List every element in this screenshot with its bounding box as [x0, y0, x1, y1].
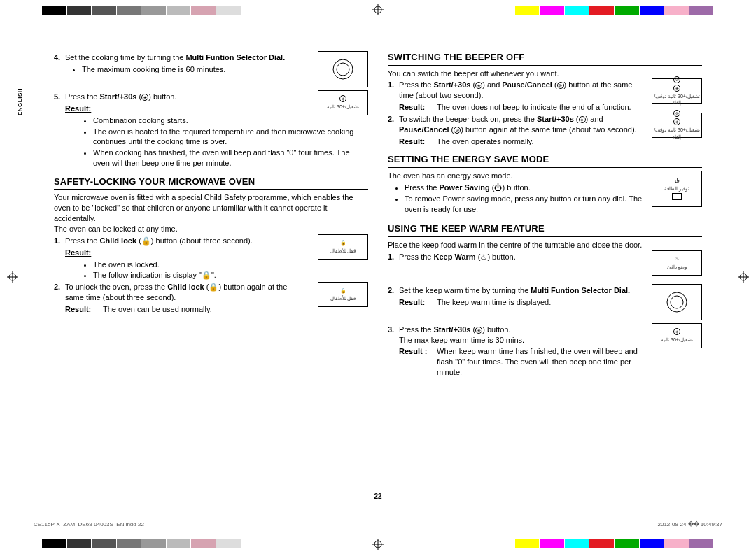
result-text: The oven does not beep to indicate the e…	[437, 102, 646, 113]
text: button.	[485, 325, 511, 334]
lock-icon: 🔒	[141, 236, 151, 245]
fig-label: تشغيل/+30 ثانية	[661, 336, 693, 343]
bold-text: Child lock	[167, 283, 204, 291]
figure-powersave-icon: ⏻توفير الطاقة	[652, 171, 702, 207]
result-text: The oven operates normally.	[437, 136, 646, 147]
diamond-icon: ◈	[141, 94, 148, 101]
pause-icon: ⊘	[673, 76, 680, 83]
text: (	[136, 92, 141, 101]
svg-point-13	[337, 63, 349, 76]
lock-icon: 🔒	[340, 239, 346, 246]
right-column: SWITCHING THE BEEPER OFF You can switch …	[388, 51, 702, 489]
pause-icon: ⊘	[454, 127, 461, 134]
result-label: Result:	[54, 304, 103, 315]
powersave-icon: ⏻	[494, 183, 502, 192]
svg-point-15	[671, 296, 683, 308]
text: To switch the beeper back on, press the	[399, 115, 537, 123]
paragraph: The oven can be locked at any time.	[54, 224, 368, 234]
fig-label: قفل للأطفال	[330, 295, 356, 301]
figure-start30-icon: ◈تشغيل/+30 ثانية	[318, 90, 368, 115]
paragraph: Place the keep food warm in the centre o…	[388, 240, 702, 250]
diamond-icon: ◈	[340, 95, 346, 102]
beep-step-2: 2. To switch the beeper back on, press t…	[388, 114, 646, 135]
result-text: The keep warm time is displayed.	[437, 297, 646, 308]
step-number: 5.	[54, 92, 65, 102]
bullet: The follow indication is display "🔒".	[93, 270, 368, 280]
bullet: When cooking has finished, the oven will…	[93, 148, 368, 169]
step-5: 5. Press the Start/+30s (◈) button.	[54, 92, 312, 102]
step-number: 4.	[54, 52, 65, 76]
kw-step-3: 3. Press the Start/+30s (◈) button.The m…	[388, 325, 646, 346]
step-number: 2.	[388, 285, 399, 296]
result-label: Result:	[388, 136, 437, 147]
diamond-icon: ◈	[673, 118, 680, 125]
text: Press the	[65, 92, 100, 101]
lock-icon: 🔒	[209, 283, 218, 291]
figure-dial-icon	[318, 51, 368, 87]
text: Press the	[399, 253, 434, 261]
footer-filename: CE115P-X_ZAM_DE68-04003S_EN.indd 22	[34, 520, 144, 529]
bold-text: Start/+30s	[434, 325, 471, 334]
text: and	[588, 115, 603, 123]
diamond-icon: ◈	[673, 328, 680, 335]
bold-text: Pause/Cancel	[502, 80, 552, 89]
figure-start30-icon: ◈تشغيل/+30 ثانية	[652, 323, 702, 348]
diamond-icon: ◈	[475, 327, 482, 334]
bold-text: Multi Funtion Selector Dial.	[186, 53, 285, 62]
print-footer: CE115P-X_ZAM_DE68-04003S_EN.indd 22 2012…	[34, 520, 722, 529]
fig-label: قفل للأطفال	[330, 248, 356, 254]
text: button (about three second).	[154, 236, 253, 245]
bold-text: Pause/Cancel	[399, 125, 449, 134]
heading-beeper: SWITCHING THE BEEPER OFF	[388, 51, 702, 66]
step-number: 2.	[54, 282, 65, 303]
bold-text: Keep Warm	[434, 253, 476, 261]
result-text: The oven can be used normally.	[103, 304, 312, 315]
language-tab: ENGLISH	[17, 88, 24, 115]
text: button.	[490, 253, 516, 261]
beep-step-1: 1. Press the Start/+30s (◈) and Pause/Ca…	[388, 80, 646, 101]
text: To unlock the oven, press the	[65, 283, 167, 291]
bold-text: Start/+30s	[100, 92, 137, 101]
fig-label: تشغيل/+30 ثانية	[327, 104, 359, 110]
text: and	[485, 80, 502, 89]
result-label: Result:	[388, 102, 437, 113]
bullet: The oven is locked.	[93, 260, 368, 270]
text: Press the	[399, 80, 434, 89]
text: button again at the same time (about two…	[463, 125, 637, 134]
powersave-icon: ⏻	[675, 178, 680, 184]
step-number: 2.	[388, 114, 399, 135]
text: Press the	[399, 325, 434, 334]
lock-step-1: 1. Press the Child lock (🔒) button (abou…	[54, 236, 312, 246]
result-label: Result:	[65, 248, 91, 257]
kw-step-1: 1. Press the Keep Warm (♨) button.	[388, 252, 646, 262]
text: Press the	[65, 236, 100, 245]
page-frame: ENGLISH 4. Set the cooking time by turni…	[34, 38, 722, 516]
result-label: Result:	[65, 104, 91, 113]
svg-point-14	[667, 292, 687, 312]
bold-text: Multi Funtion Selector Dial.	[531, 286, 630, 294]
step-number: 1.	[54, 236, 65, 246]
keepwarm-icon: ♨	[480, 253, 487, 261]
figure-lock-icon: 🔒قفل للأطفال	[318, 234, 368, 260]
fig-label: وضع دافئ	[667, 264, 687, 270]
lock-icon: 🔒	[340, 287, 346, 294]
fig-label: تشغيل/+30 ثانية توقف/إلغاء	[652, 127, 701, 140]
diamond-icon: ◈	[579, 116, 586, 123]
bold-text: Start/+30s	[537, 115, 574, 123]
figure-lock-icon: 🔒قفل للأطفال	[318, 282, 368, 307]
figure-buttons-icon: ⊘ ◈تشغيل/+30 ثانية توقف/إلغاء	[652, 113, 702, 138]
bullet: Combination cooking starts.	[93, 115, 368, 126]
bullet: The maximum cooking time is 60 minutes.	[82, 64, 307, 75]
paragraph: You can switch the beeper off whenever y…	[388, 69, 702, 79]
diamond-icon: ◈	[673, 85, 680, 92]
pause-icon: ⊘	[557, 82, 564, 89]
bold-text: Start/+30s	[434, 80, 471, 89]
heading-keep-warm: USING THE KEEP WARM FEATURE	[388, 222, 702, 237]
text: button.	[151, 92, 177, 101]
registration-mark-icon	[738, 271, 749, 283]
step-number: 3.	[388, 325, 399, 346]
registration-mark-icon	[372, 539, 384, 550]
lock-step-2: 2. To unlock the oven, press the Child l…	[54, 282, 312, 303]
registration-mark-icon	[7, 271, 18, 283]
text: Set the cooking time by turning the	[65, 53, 186, 62]
